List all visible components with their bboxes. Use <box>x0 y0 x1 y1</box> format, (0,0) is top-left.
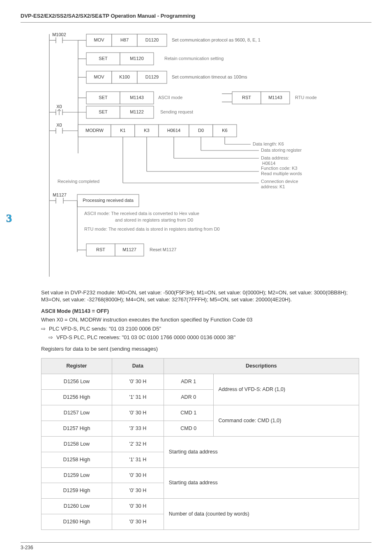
table-cell: '3' 33 H <box>112 421 164 436</box>
contact-m1127: M1127 <box>53 192 67 197</box>
contact-x0-p: X0 <box>56 104 62 109</box>
op-m1120: M1120 <box>130 56 144 60</box>
op-k1: K1 <box>120 127 125 132</box>
op-m1143-2: M1143 <box>268 95 282 99</box>
bullet-plc-to-vfd: ⇨ PLC VFD-S, PLC sends: "01 03 2100 0006… <box>41 325 359 333</box>
callout-conn2: address: K1 <box>261 184 285 189</box>
table-cell: D1256 Low <box>42 374 112 390</box>
table-cell: D1257 High <box>42 421 112 436</box>
label-ascii-note1: ASCII mode: The received data is convert… <box>84 211 199 216</box>
reg-line: Registers for data to be sent (sending m… <box>41 345 359 353</box>
label-recv-complete: Receiving completed <box>58 179 99 184</box>
inst-set-m1143: SET <box>99 95 108 99</box>
table-cell: Address of VFD-S: ADR (1,0) <box>213 374 359 405</box>
table-cell: D1257 Low <box>42 405 112 421</box>
op-h87: H87 <box>120 37 129 42</box>
register-table: Register Data Descriptions D1256 Low '0'… <box>41 358 359 530</box>
label-mode-2: mode <box>305 95 317 100</box>
bullet-vfd-to-plc: ⇨ VFD-S PLC, PLC receives: "01 03 0C 010… <box>48 334 359 341</box>
th-descriptions: Descriptions <box>164 358 359 374</box>
table-cell: '1' 31 H <box>112 390 164 405</box>
svg-text:ASCII mode: ASCII mode <box>158 95 182 100</box>
table-cell: '0' 30 H <box>112 499 164 514</box>
op-m1127: M1127 <box>122 247 136 252</box>
label-sending: Sending request <box>160 109 193 114</box>
callout-func1: Function code: K3 <box>261 166 297 171</box>
table-cell: CMD 1 <box>164 405 213 421</box>
svg-text:Connection deviceaddress: K1: Connection deviceaddress: K1 <box>261 179 298 189</box>
table-cell: '2' 32 H <box>112 436 164 452</box>
label-ascii-note2: and stored in registers starting from D0 <box>115 217 193 222</box>
th-register: Register <box>42 358 112 374</box>
label-mode-1: mode <box>171 95 183 100</box>
table-cell: CMD 0 <box>164 421 213 436</box>
op-m1143: M1143 <box>130 95 144 99</box>
table-cell: Starting data address <box>164 436 359 467</box>
table-cell: '1' 31 H <box>112 452 164 467</box>
th-data: Data <box>112 358 164 374</box>
label-timeout: Set communication timeout as 100ms <box>172 74 247 79</box>
callout-data-addr: Data address: <box>261 155 289 160</box>
op-k3: K3 <box>144 127 149 132</box>
inst-rst-m1143: RST <box>242 95 251 99</box>
label-reset-m1127: Reset M1127 <box>150 247 176 252</box>
table-cell: D1260 Low <box>42 499 112 514</box>
label-retain: Retain communication setting <box>164 56 224 61</box>
table-cell: D1260 High <box>42 514 112 530</box>
table-cell: '0' 30 H <box>112 514 164 530</box>
callout-data-len: Data length: K6 <box>253 141 284 146</box>
bullet-text-2: VFD-S PLC, PLC receives: "01 03 0C 0100 … <box>56 334 235 341</box>
label-rtu: RTU <box>295 95 305 100</box>
callout-data-reg: Data storing register <box>261 148 302 153</box>
label-ascii: ASCII <box>158 95 171 100</box>
op-d1129: D1129 <box>145 74 159 79</box>
callout-conn1: Connection device <box>261 179 298 184</box>
table-cell: Starting data address <box>164 467 359 499</box>
svg-text:RTU mode: RTU mode <box>295 95 317 100</box>
table-cell: '0' 30 H <box>112 467 164 483</box>
label-rtu-note: RTU mode: The received data is stored in… <box>84 227 220 231</box>
inst-rst-m1127: RST <box>96 247 105 252</box>
inst-mov-2: MOV <box>94 74 104 79</box>
table-cell: '0' 30 H <box>112 483 164 499</box>
table-cell: D1256 High <box>42 390 112 405</box>
table-cell: D1258 High <box>42 452 112 467</box>
arrow-icon: ⇨ <box>41 325 46 333</box>
page-footer: 3-236 <box>21 542 371 551</box>
op-k6: K6 <box>222 127 227 132</box>
bullet-text-1: PLC VFD-S, PLC sends: "01 03 2100 0006 D… <box>49 325 161 333</box>
table-cell: D1258 Low <box>42 436 112 452</box>
op-h0614: H0614 <box>167 127 180 132</box>
ascii-heading: ASCII Mode (M1143 = OFF) <box>41 308 359 315</box>
table-cell: ADR 1 <box>164 374 213 390</box>
table-cell: ADR 0 <box>164 390 213 405</box>
callout-func2: Read multiple words <box>261 171 302 176</box>
table-cell: '0' 30 H <box>112 405 164 421</box>
table-cell: D1259 Low <box>42 467 112 483</box>
op-d0: D0 <box>198 127 204 132</box>
arrow-icon: ⇨ <box>48 334 53 341</box>
op-d1120: D1120 <box>145 37 159 42</box>
inst-set-m1120: SET <box>99 56 108 60</box>
svg-text:Function code: K3Read multiple: Function code: K3Read multiple words <box>261 166 302 176</box>
inst-mov: MOV <box>94 37 104 42</box>
inst-set-m1122: SET <box>99 109 108 114</box>
svg-text:Data address:    H0614: Data address: H0614 <box>261 155 289 166</box>
narrative-section: Set value in DVP-F232 module: M0=ON, set… <box>41 289 359 530</box>
contact-x0: X0 <box>56 122 62 127</box>
inst-processing: Processing received data <box>83 197 134 202</box>
ladder-diagram: M1002 MOV H87 D1120 Set communication pr… <box>45 30 371 281</box>
op-k100: K100 <box>119 74 130 79</box>
table-cell: D1259 High <box>42 483 112 499</box>
table-cell: Number of data (counted by words) <box>164 499 359 530</box>
ascii-line: When X0 = ON, MODRW instruction executes… <box>41 316 359 324</box>
callout-data-addr2: H0614 <box>261 161 275 166</box>
table-cell: Command code: CMD (1,0) <box>213 405 359 437</box>
inst-modrw: MODRW <box>85 127 104 132</box>
op-m1122: M1122 <box>130 109 144 114</box>
table-cell: '0' 30 H <box>112 374 164 390</box>
label-comm-setting: Set communication protocol as 9600, 8, E… <box>172 37 261 42</box>
intro-text: Set value in DVP-F232 module: M0=ON, set… <box>41 289 359 303</box>
contact-m1002: M1002 <box>52 32 66 37</box>
page-title: DVP-ES2/EX2/SS2/SA2/SX2/SE&TP Operation … <box>21 12 371 23</box>
